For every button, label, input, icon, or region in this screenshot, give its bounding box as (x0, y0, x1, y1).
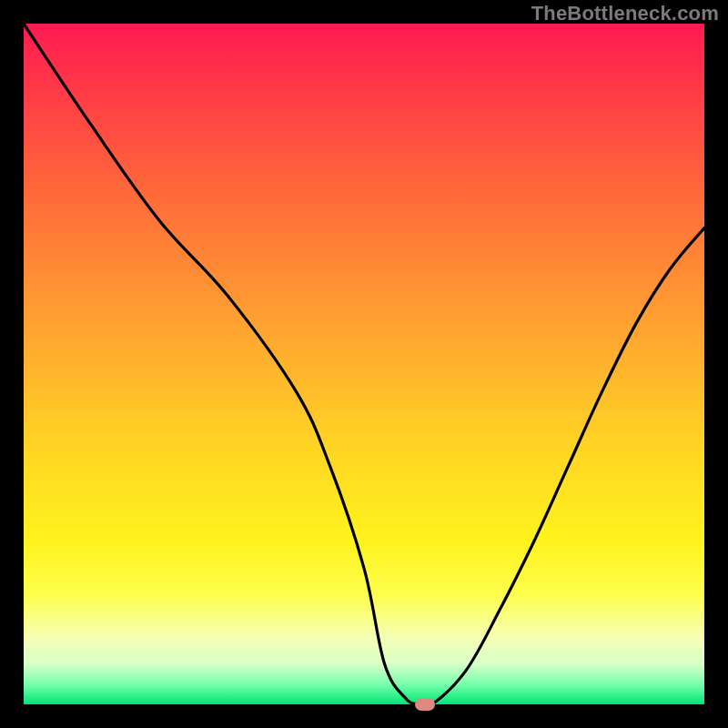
plot-area (24, 24, 704, 704)
curve-path (24, 24, 704, 704)
minimum-marker (415, 698, 435, 711)
bottleneck-curve (24, 24, 704, 704)
chart-frame: TheBottleneck.com (0, 0, 728, 728)
watermark-text: TheBottleneck.com (531, 2, 719, 25)
